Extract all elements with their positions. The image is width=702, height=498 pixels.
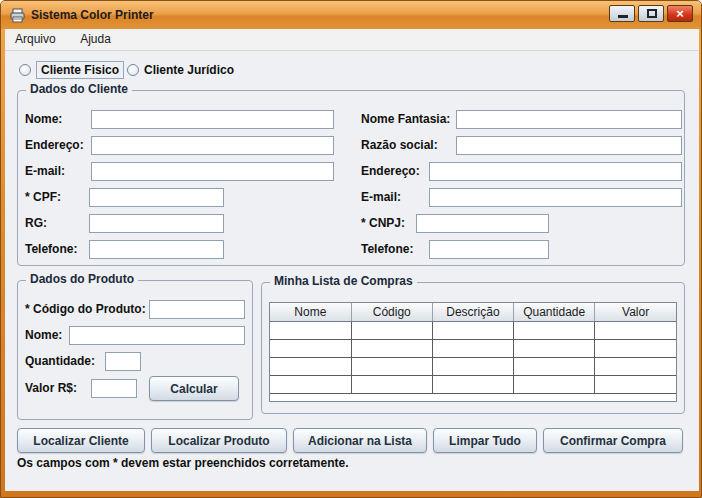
table-cell[interactable] xyxy=(595,322,676,340)
printer-icon xyxy=(10,8,25,23)
nome-label: Nome: xyxy=(25,110,62,129)
radio-cliente-juridico[interactable]: Cliente Jurídico xyxy=(127,61,234,79)
codigo-produto-label: * Código do Produto: xyxy=(25,300,146,319)
table-cell[interactable] xyxy=(432,322,513,340)
table-cell[interactable] xyxy=(514,358,595,376)
table-cell[interactable] xyxy=(595,376,676,394)
table-cell[interactable] xyxy=(432,376,513,394)
rg-input[interactable] xyxy=(89,214,224,233)
table-cell[interactable] xyxy=(595,358,676,376)
nome-fantasia-input[interactable] xyxy=(456,110,682,129)
nome-produto-input[interactable] xyxy=(69,326,245,345)
table-row[interactable] xyxy=(270,376,676,394)
close-button[interactable]: × xyxy=(667,5,693,22)
table-cell[interactable] xyxy=(514,340,595,358)
column-header-nome[interactable]: Nome xyxy=(270,303,351,322)
confirmar-compra-button[interactable]: Confirmar Compra xyxy=(543,428,683,453)
minimize-icon xyxy=(618,15,628,18)
razao-social-input[interactable] xyxy=(456,136,682,155)
minimize-button[interactable] xyxy=(609,5,635,22)
table-cell[interactable] xyxy=(270,376,351,394)
radio-unchecked-icon xyxy=(19,64,31,76)
window-title: Sistema Color Printer xyxy=(31,1,154,29)
menu-item-arquivo[interactable]: Arquivo xyxy=(5,29,66,50)
cpf-label: * CPF: xyxy=(25,188,61,207)
radio-cliente-juridico-label: Cliente Jurídico xyxy=(144,63,234,77)
table-cell[interactable] xyxy=(432,358,513,376)
shopping-list-table[interactable]: Nome Código Descrição Quantidade Valor xyxy=(269,302,677,402)
cnpj-label: * CNPJ: xyxy=(361,214,405,233)
table-cell[interactable] xyxy=(351,376,432,394)
table-cell[interactable] xyxy=(270,358,351,376)
email-juridico-label: E-mail: xyxy=(361,188,401,207)
nome-input[interactable] xyxy=(91,110,334,129)
valor-input[interactable] xyxy=(91,379,137,398)
main-panel: Cliente Fisico Cliente Jurídico Dados do… xyxy=(5,51,699,491)
telefone-input[interactable] xyxy=(89,240,224,259)
column-header-valor[interactable]: Valor xyxy=(595,303,676,322)
dados-do-cliente-title: Dados do Cliente xyxy=(26,82,132,96)
adicionar-na-lista-button[interactable]: Adicionar na Lista xyxy=(293,428,427,453)
razao-social-label: Razão social: xyxy=(361,136,438,155)
close-icon: × xyxy=(668,6,692,21)
calcular-button[interactable]: Calcular xyxy=(149,376,239,401)
maximize-button[interactable] xyxy=(638,5,664,22)
radio-unchecked-icon xyxy=(127,64,139,76)
app-window: Sistema Color Printer × Arquivo Ajuda Cl… xyxy=(0,0,702,498)
window-titlebar: Sistema Color Printer × xyxy=(1,1,701,29)
table-cell[interactable] xyxy=(514,322,595,340)
window-controls: × xyxy=(609,5,693,22)
endereco-juridico-input[interactable] xyxy=(429,162,682,181)
table-cell[interactable] xyxy=(270,322,351,340)
column-header-descricao[interactable]: Descrição xyxy=(432,303,513,322)
table-row[interactable] xyxy=(270,340,676,358)
localizar-cliente-button[interactable]: Localizar Cliente xyxy=(17,428,145,453)
cpf-input[interactable] xyxy=(89,188,224,207)
menubar: Arquivo Ajuda xyxy=(5,29,699,51)
telefone-juridico-input[interactable] xyxy=(429,240,549,259)
codigo-produto-input[interactable] xyxy=(149,300,245,319)
radio-cliente-fisico[interactable]: Cliente Fisico xyxy=(19,61,124,79)
dados-do-produto-title: Dados do Produto xyxy=(26,272,138,286)
email-input[interactable] xyxy=(91,162,334,181)
telefone-label: Telefone: xyxy=(25,240,77,259)
rg-label: RG: xyxy=(25,214,47,233)
endereco-juridico-label: Endereço: xyxy=(361,162,420,181)
quantidade-input[interactable] xyxy=(105,352,141,371)
column-header-codigo[interactable]: Código xyxy=(351,303,432,322)
endereco-input[interactable] xyxy=(91,136,334,155)
quantidade-label: Quantidade: xyxy=(25,352,95,371)
valor-label: Valor R$: xyxy=(25,379,77,398)
table-cell[interactable] xyxy=(351,322,432,340)
table-row[interactable] xyxy=(270,322,676,340)
table-header-row: Nome Código Descrição Quantidade Valor xyxy=(270,303,676,322)
menu-item-ajuda[interactable]: Ajuda xyxy=(70,29,121,50)
table-cell[interactable] xyxy=(595,340,676,358)
nome-produto-label: Nome: xyxy=(25,326,62,345)
localizar-produto-button[interactable]: Localizar Produto xyxy=(151,428,287,453)
minha-lista-de-compras-title: Minha Lista de Compras xyxy=(270,274,417,288)
telefone-juridico-label: Telefone: xyxy=(361,240,413,259)
table-cell[interactable] xyxy=(432,340,513,358)
table-cell[interactable] xyxy=(514,376,595,394)
email-juridico-input[interactable] xyxy=(429,188,682,207)
table-row[interactable] xyxy=(270,358,676,376)
status-text: Os campos com * devem estar preenchidos … xyxy=(17,456,348,470)
table-cell[interactable] xyxy=(351,358,432,376)
maximize-icon xyxy=(647,9,657,18)
table-cell[interactable] xyxy=(270,340,351,358)
nome-fantasia-label: Nome Fantasia: xyxy=(361,110,450,129)
email-label: E-mail: xyxy=(25,162,65,181)
radio-cliente-fisico-label: Cliente Fisico xyxy=(36,61,124,79)
limpar-tudo-button[interactable]: Limpar Tudo xyxy=(433,428,537,453)
table-cell[interactable] xyxy=(351,340,432,358)
column-header-quantidade[interactable]: Quantidade xyxy=(514,303,595,322)
cnpj-input[interactable] xyxy=(416,214,549,233)
endereco-label: Endereço: xyxy=(25,136,84,155)
